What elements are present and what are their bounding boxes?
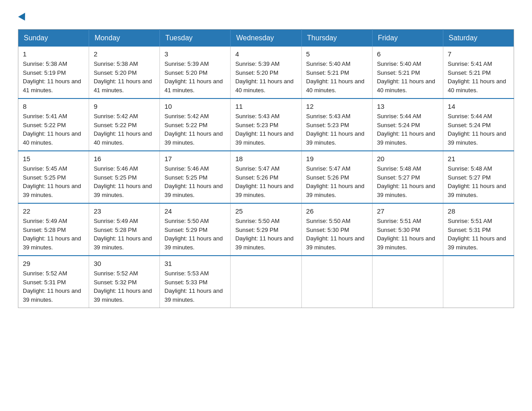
- day-info: Sunrise: 5:43 AM Sunset: 5:23 PM Dayligh…: [306, 112, 368, 147]
- daylight-label: Daylight: 11 hours and 39 minutes.: [377, 130, 435, 146]
- day-number: 18: [235, 155, 296, 163]
- calendar-cell: 2 Sunrise: 5:38 AM Sunset: 5:20 PM Dayli…: [89, 47, 160, 98]
- day-info: Sunrise: 5:47 AM Sunset: 5:26 PM Dayligh…: [235, 164, 296, 199]
- calendar-cell: 9 Sunrise: 5:42 AM Sunset: 5:22 PM Dayli…: [89, 98, 160, 151]
- page-header: [18, 13, 514, 20]
- calendar-cell: 21 Sunrise: 5:48 AM Sunset: 5:27 PM Dayl…: [443, 151, 514, 203]
- calendar-cell: 30 Sunrise: 5:52 AM Sunset: 5:32 PM Dayl…: [89, 256, 160, 308]
- calendar-table: SundayMondayTuesdayWednesdayThursdayFrid…: [18, 29, 514, 308]
- day-info: Sunrise: 5:39 AM Sunset: 5:20 PM Dayligh…: [235, 60, 296, 94]
- daylight-label: Daylight: 11 hours and 39 minutes.: [377, 235, 435, 251]
- sunrise-label: Sunrise: 5:43 AM: [235, 113, 279, 120]
- sunrise-label: Sunrise: 5:47 AM: [235, 165, 279, 172]
- calendar-week-row: 15 Sunrise: 5:45 AM Sunset: 5:25 PM Dayl…: [18, 151, 514, 203]
- calendar-cell: [372, 256, 443, 308]
- calendar-cell: 12 Sunrise: 5:43 AM Sunset: 5:23 PM Dayl…: [301, 98, 372, 151]
- day-info: Sunrise: 5:49 AM Sunset: 5:28 PM Dayligh…: [94, 217, 155, 252]
- sunset-label: Sunset: 5:24 PM: [377, 122, 420, 128]
- sunrise-label: Sunrise: 5:49 AM: [94, 218, 138, 224]
- day-info: Sunrise: 5:39 AM Sunset: 5:20 PM Dayligh…: [164, 60, 226, 94]
- sunrise-label: Sunrise: 5:51 AM: [448, 218, 492, 224]
- calendar-cell: 17 Sunrise: 5:46 AM Sunset: 5:25 PM Dayl…: [160, 151, 231, 203]
- calendar-cell: 26 Sunrise: 5:50 AM Sunset: 5:30 PM Dayl…: [301, 203, 372, 256]
- weekday-header-sunday: Sunday: [18, 30, 89, 47]
- daylight-label: Daylight: 11 hours and 39 minutes.: [235, 235, 293, 251]
- sunrise-label: Sunrise: 5:45 AM: [23, 165, 67, 172]
- daylight-label: Daylight: 11 hours and 39 minutes.: [235, 130, 293, 146]
- weekday-header-thursday: Thursday: [301, 30, 372, 47]
- calendar-cell: [443, 256, 514, 308]
- sunrise-label: Sunrise: 5:50 AM: [306, 218, 351, 224]
- calendar-cell: 6 Sunrise: 5:40 AM Sunset: 5:21 PM Dayli…: [372, 47, 443, 98]
- sunset-label: Sunset: 5:21 PM: [448, 69, 491, 76]
- day-info: Sunrise: 5:52 AM Sunset: 5:32 PM Dayligh…: [94, 269, 155, 304]
- day-number: 30: [94, 260, 155, 267]
- day-number: 4: [235, 50, 296, 58]
- sunset-label: Sunset: 5:25 PM: [23, 174, 66, 181]
- day-info: Sunrise: 5:40 AM Sunset: 5:21 PM Dayligh…: [306, 60, 368, 94]
- sunset-label: Sunset: 5:21 PM: [306, 69, 349, 76]
- day-number: 5: [306, 50, 368, 58]
- day-number: 7: [448, 50, 509, 58]
- calendar-cell: 1 Sunrise: 5:38 AM Sunset: 5:19 PM Dayli…: [18, 47, 89, 98]
- calendar-week-row: 29 Sunrise: 5:52 AM Sunset: 5:31 PM Dayl…: [18, 256, 514, 308]
- logo-arrow-icon: [18, 13, 28, 23]
- daylight-label: Daylight: 11 hours and 40 minutes.: [23, 130, 81, 146]
- daylight-label: Daylight: 11 hours and 40 minutes.: [235, 78, 293, 94]
- day-number: 16: [94, 155, 155, 163]
- calendar-week-row: 1 Sunrise: 5:38 AM Sunset: 5:19 PM Dayli…: [18, 47, 514, 98]
- calendar-cell: 8 Sunrise: 5:41 AM Sunset: 5:22 PM Dayli…: [18, 98, 89, 151]
- sunset-label: Sunset: 5:25 PM: [94, 174, 137, 181]
- day-number: 9: [94, 103, 155, 110]
- calendar-cell: [301, 256, 372, 308]
- daylight-label: Daylight: 11 hours and 39 minutes.: [235, 183, 293, 198]
- calendar-cell: 5 Sunrise: 5:40 AM Sunset: 5:21 PM Dayli…: [301, 47, 372, 98]
- daylight-label: Daylight: 11 hours and 39 minutes.: [448, 130, 506, 146]
- sunrise-label: Sunrise: 5:46 AM: [94, 165, 138, 172]
- sunrise-label: Sunrise: 5:50 AM: [235, 218, 279, 224]
- daylight-label: Daylight: 11 hours and 40 minutes.: [94, 130, 152, 146]
- day-info: Sunrise: 5:38 AM Sunset: 5:19 PM Dayligh…: [23, 60, 84, 94]
- sunrise-label: Sunrise: 5:53 AM: [164, 270, 209, 277]
- day-info: Sunrise: 5:44 AM Sunset: 5:24 PM Dayligh…: [448, 112, 509, 147]
- daylight-label: Daylight: 11 hours and 40 minutes.: [306, 78, 365, 94]
- day-number: 31: [164, 260, 226, 267]
- day-info: Sunrise: 5:45 AM Sunset: 5:25 PM Dayligh…: [23, 164, 84, 199]
- daylight-label: Daylight: 11 hours and 39 minutes.: [94, 183, 152, 198]
- sunset-label: Sunset: 5:22 PM: [94, 122, 137, 128]
- calendar-cell: 18 Sunrise: 5:47 AM Sunset: 5:26 PM Dayl…: [231, 151, 301, 203]
- sunset-label: Sunset: 5:19 PM: [23, 69, 66, 76]
- sunrise-label: Sunrise: 5:47 AM: [306, 165, 351, 172]
- calendar-cell: 31 Sunrise: 5:53 AM Sunset: 5:33 PM Dayl…: [160, 256, 231, 308]
- sunrise-label: Sunrise: 5:48 AM: [377, 165, 421, 172]
- day-number: 14: [448, 103, 509, 110]
- sunset-label: Sunset: 5:20 PM: [235, 69, 278, 76]
- sunrise-label: Sunrise: 5:48 AM: [448, 165, 492, 172]
- logo: [18, 13, 27, 20]
- sunrise-label: Sunrise: 5:52 AM: [23, 270, 67, 277]
- daylight-label: Daylight: 11 hours and 39 minutes.: [306, 130, 365, 146]
- day-number: 15: [23, 155, 84, 163]
- day-info: Sunrise: 5:47 AM Sunset: 5:26 PM Dayligh…: [306, 164, 368, 199]
- calendar-cell: 14 Sunrise: 5:44 AM Sunset: 5:24 PM Dayl…: [443, 98, 514, 151]
- day-number: 27: [377, 207, 438, 215]
- daylight-label: Daylight: 11 hours and 40 minutes.: [448, 78, 506, 94]
- daylight-label: Daylight: 11 hours and 41 minutes.: [94, 78, 152, 94]
- weekday-header-friday: Friday: [372, 30, 443, 47]
- calendar-cell: 22 Sunrise: 5:49 AM Sunset: 5:28 PM Dayl…: [18, 203, 89, 256]
- daylight-label: Daylight: 11 hours and 39 minutes.: [164, 183, 223, 198]
- day-info: Sunrise: 5:42 AM Sunset: 5:22 PM Dayligh…: [164, 112, 226, 147]
- daylight-label: Daylight: 11 hours and 39 minutes.: [306, 235, 365, 251]
- day-info: Sunrise: 5:48 AM Sunset: 5:27 PM Dayligh…: [377, 164, 438, 199]
- day-number: 29: [23, 260, 84, 267]
- sunrise-label: Sunrise: 5:40 AM: [377, 60, 421, 67]
- sunset-label: Sunset: 5:29 PM: [235, 227, 278, 233]
- daylight-label: Daylight: 11 hours and 39 minutes.: [306, 183, 365, 198]
- daylight-label: Daylight: 11 hours and 39 minutes.: [164, 287, 223, 303]
- daylight-label: Daylight: 11 hours and 39 minutes.: [164, 130, 223, 146]
- day-info: Sunrise: 5:38 AM Sunset: 5:20 PM Dayligh…: [94, 60, 155, 94]
- sunset-label: Sunset: 5:31 PM: [23, 279, 66, 286]
- day-number: 11: [235, 103, 296, 110]
- sunrise-label: Sunrise: 5:50 AM: [164, 218, 209, 224]
- day-number: 2: [94, 50, 155, 58]
